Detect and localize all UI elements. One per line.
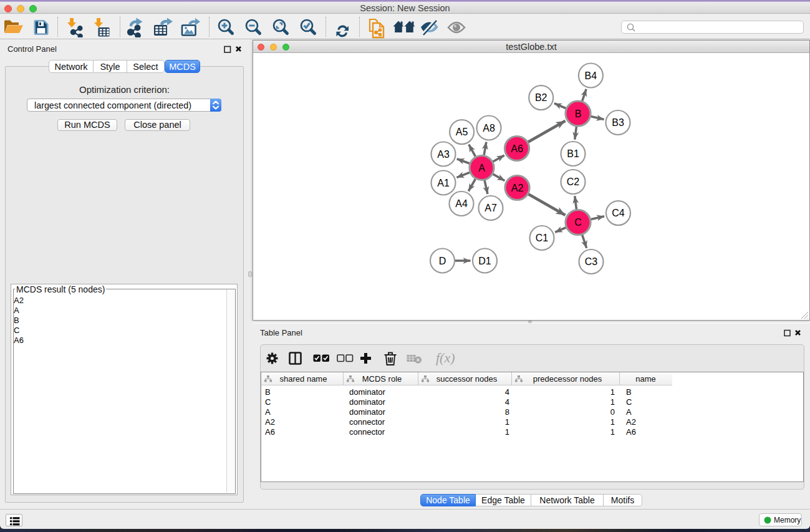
svg-text:B4: B4 [585,70,597,81]
svg-text:B3: B3 [612,117,624,128]
svg-text:A5: A5 [456,127,468,137]
svg-text:B: B [575,109,582,119]
svg-text:A6: A6 [511,143,523,154]
svg-text:C1: C1 [536,233,549,243]
svg-text:A4: A4 [455,198,468,209]
svg-text:A3: A3 [437,149,450,160]
svg-text:B1: B1 [567,148,579,159]
svg-text:A7: A7 [485,203,497,213]
svg-text:C3: C3 [585,256,598,267]
svg-text:A8: A8 [483,123,495,133]
svg-text:B2: B2 [535,92,547,103]
svg-text:A: A [478,163,485,173]
svg-text:D1: D1 [478,256,491,266]
svg-text:A2: A2 [511,183,524,193]
svg-text:C: C [574,217,582,228]
svg-text:A1: A1 [437,178,450,188]
svg-text:C2: C2 [567,177,580,187]
svg-text:C4: C4 [612,208,625,218]
svg-text:D: D [439,256,446,266]
